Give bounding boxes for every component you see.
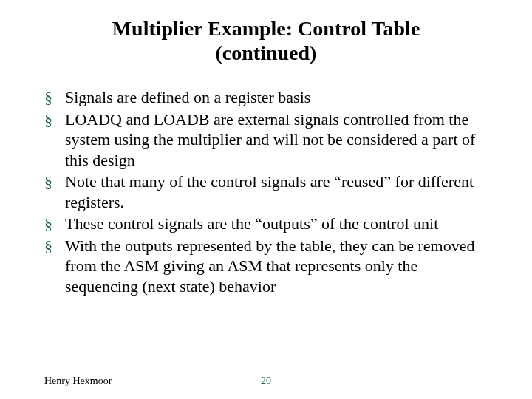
list-item: These control signals are the “outputs” … (65, 214, 488, 234)
footer-author: Henry Hexmoor (44, 375, 112, 387)
slide-title: Multiplier Example: Control Table (conti… (44, 16, 488, 65)
slide: Multiplier Example: Control Table (conti… (0, 0, 532, 399)
bullet-text: Note that many of the control signals ar… (65, 172, 474, 211)
footer-page-number: 20 (261, 375, 271, 387)
title-line-2: (continued) (216, 41, 317, 64)
list-item: Signals are defined on a register basis (65, 87, 488, 108)
bullet-text: These control signals are the “outputs” … (65, 214, 438, 233)
list-item: Note that many of the control signals ar… (65, 171, 488, 212)
bullet-list: Signals are defined on a register basis … (44, 87, 488, 296)
bullet-text: With the outputs represented by the tabl… (65, 236, 474, 296)
list-item: With the outputs represented by the tabl… (65, 236, 488, 297)
bullet-text: Signals are defined on a register basis (65, 88, 310, 106)
title-line-1: Multiplier Example: Control Table (112, 17, 420, 40)
bullet-text: LOADQ and LOADB are external signals con… (65, 110, 475, 169)
list-item: LOADQ and LOADB are external signals con… (65, 109, 488, 171)
